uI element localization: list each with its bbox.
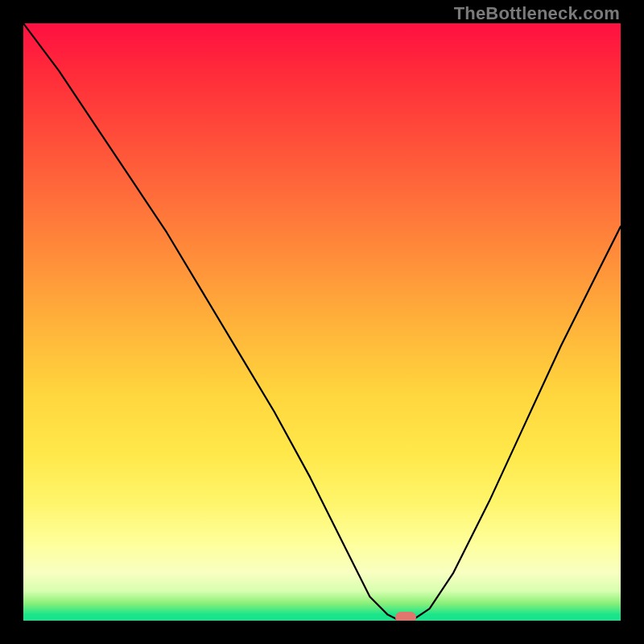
watermark-text: TheBottleneck.com bbox=[454, 3, 620, 24]
chart-frame: TheBottleneck.com bbox=[0, 0, 644, 644]
plot-area bbox=[23, 23, 621, 621]
optimal-marker bbox=[395, 612, 416, 621]
background-gradient bbox=[23, 23, 621, 621]
